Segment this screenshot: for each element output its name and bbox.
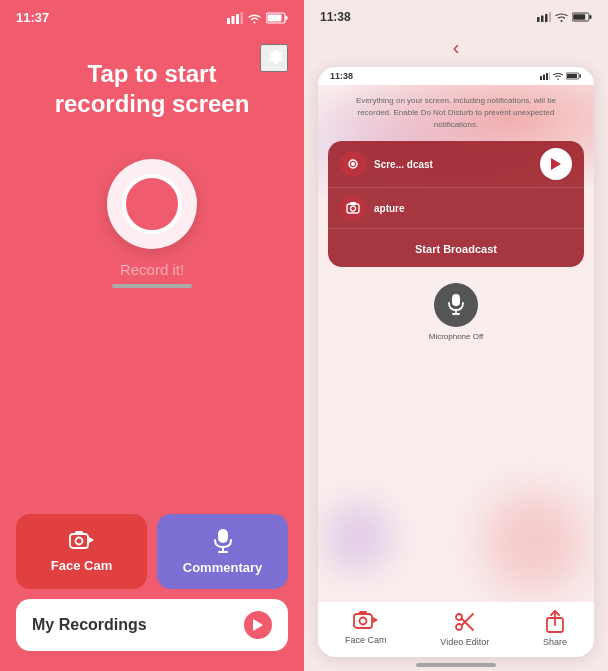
svg-rect-3 [241, 12, 244, 24]
svg-rect-40 [359, 611, 367, 615]
share-icon [544, 610, 566, 634]
screen-broadcast-text: Scre... dcast [374, 159, 433, 170]
svg-point-30 [351, 162, 355, 166]
my-recordings-label: My Recordings [32, 616, 147, 634]
gear-icon [263, 47, 285, 69]
svg-rect-35 [452, 294, 460, 306]
svg-rect-27 [567, 74, 577, 78]
inner-signal [540, 72, 550, 80]
svg-point-39 [359, 618, 366, 625]
left-phone: 11:37 T [0, 0, 304, 671]
notice-text: Everything on your screen, including not… [338, 95, 574, 131]
microphone-area: Microphone Off [318, 283, 594, 342]
bottom-video-editor-label: Video Editor [440, 637, 489, 647]
screen-broadcast-icon-circle [340, 151, 366, 177]
svg-rect-9 [75, 531, 83, 535]
broadcast-popup: Scre... dcast apture [328, 141, 584, 267]
bottom-section: Face Cam Commentary My Recordings [16, 514, 288, 651]
svg-rect-24 [546, 73, 548, 80]
signal-icon-right [537, 12, 551, 22]
cam-buttons: Face Cam Commentary [16, 514, 288, 589]
wifi-icon [247, 12, 262, 24]
face-cam-label: Face Cam [51, 558, 112, 573]
record-label: Record it! [120, 261, 184, 278]
record-inner-dot [122, 174, 182, 234]
svg-rect-16 [541, 16, 544, 23]
svg-rect-22 [540, 76, 542, 80]
my-recordings-button[interactable]: My Recordings [16, 599, 288, 651]
gear-button[interactable] [260, 44, 288, 72]
inner-time: 11:38 [330, 71, 353, 81]
bottom-face-cam[interactable]: Face Cam [345, 610, 387, 647]
screen-broadcast-row[interactable]: Scre... dcast [328, 141, 584, 188]
svg-rect-15 [537, 17, 540, 22]
inner-status-icons [540, 71, 582, 81]
inner-status-bar: 11:38 [318, 67, 594, 85]
commentary-label: Commentary [183, 560, 262, 575]
screen-capture-row[interactable]: apture [328, 188, 584, 229]
screen-capture-icon-circle [340, 195, 366, 221]
battery-icon [266, 12, 288, 24]
battery-icon-right [572, 12, 592, 22]
blob-purple [323, 502, 393, 572]
record-button-area: Record it! [107, 159, 197, 278]
play-icon [253, 619, 263, 631]
svg-rect-2 [236, 14, 239, 24]
left-status-bar: 11:37 [0, 0, 304, 29]
svg-rect-11 [218, 529, 228, 543]
svg-rect-38 [354, 614, 372, 628]
hero-text: Tap to start recording screen [0, 59, 304, 119]
record-button[interactable] [107, 159, 197, 249]
commentary-button[interactable]: Commentary [157, 514, 288, 589]
left-time: 11:37 [16, 10, 49, 25]
wifi-icon-right [555, 12, 568, 22]
svg-marker-14 [253, 619, 263, 631]
microphone-icon [213, 528, 233, 554]
bottom-share[interactable]: Share [543, 610, 567, 647]
svg-rect-7 [70, 534, 88, 548]
svg-rect-0 [227, 18, 230, 24]
back-button[interactable]: ‹ [304, 28, 608, 67]
left-status-icons [227, 12, 288, 24]
bottom-video-editor[interactable]: Video Editor [440, 610, 489, 647]
right-status-bar: 11:38 [304, 0, 608, 28]
right-status-icons [537, 12, 592, 22]
svg-rect-5 [268, 14, 282, 21]
svg-rect-23 [543, 75, 545, 81]
svg-marker-31 [551, 158, 561, 170]
svg-rect-20 [573, 14, 585, 20]
svg-rect-21 [590, 15, 592, 19]
start-broadcast-button[interactable]: Start Broadcast [328, 229, 584, 267]
microphone-button[interactable] [434, 283, 478, 327]
scissors-icon [453, 610, 477, 634]
camera-small-icon [346, 201, 360, 215]
svg-marker-41 [373, 617, 378, 623]
svg-rect-17 [545, 14, 548, 22]
bottom-face-cam-label: Face Cam [345, 635, 387, 645]
notice-area: Everything on your screen, including not… [318, 85, 594, 137]
home-indicator-left [112, 284, 192, 288]
svg-rect-34 [350, 202, 356, 205]
bottom-camera-icon [353, 610, 379, 632]
face-cam-button[interactable]: Face Cam [16, 514, 147, 589]
broadcast-play-button[interactable] [540, 148, 572, 180]
signal-icon [227, 12, 243, 24]
svg-rect-6 [286, 16, 288, 20]
svg-point-33 [351, 206, 356, 211]
inner-wifi [553, 72, 563, 80]
screen-broadcast-icon [346, 157, 360, 171]
camera-icon [69, 530, 95, 552]
svg-rect-28 [580, 75, 582, 78]
bottom-bar: Face Cam Video Editor Share [318, 602, 594, 657]
bottom-share-label: Share [543, 637, 567, 647]
blob-pink [484, 492, 584, 592]
svg-rect-25 [549, 72, 550, 80]
svg-rect-1 [232, 16, 235, 24]
right-time: 11:38 [320, 10, 351, 24]
start-broadcast-label: Start Broadcast [415, 243, 497, 255]
play-icon-broadcast [551, 158, 561, 170]
home-indicator-right [416, 663, 496, 667]
svg-point-8 [75, 538, 82, 545]
svg-rect-18 [549, 12, 551, 22]
play-circle [244, 611, 272, 639]
